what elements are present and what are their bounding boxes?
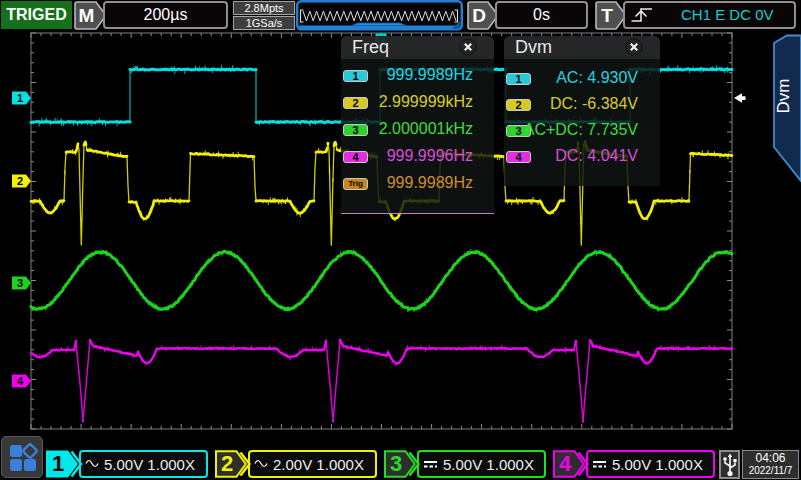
svg-text:2: 2 (17, 175, 23, 187)
svg-text:4: 4 (17, 375, 24, 387)
svg-text:Dvm: Dvm (774, 79, 793, 114)
svg-text:3: 3 (17, 277, 23, 289)
svg-text:1: 1 (17, 92, 23, 104)
